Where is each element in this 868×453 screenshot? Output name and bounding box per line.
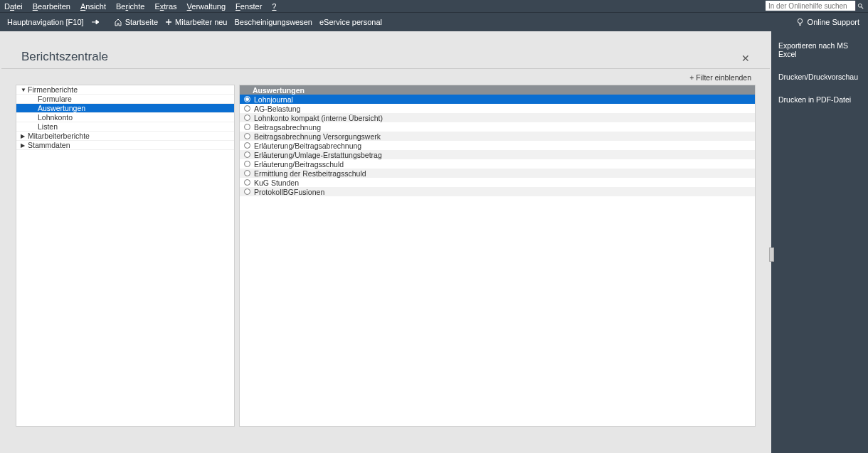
tree-item-label: Listen bbox=[38, 122, 58, 131]
home-icon bbox=[114, 18, 122, 26]
report-list-item[interactable]: Erläuterung/Umlage-Erstattungsbetrag bbox=[240, 150, 755, 159]
tree-group-label: Mitarbeiterberichte bbox=[28, 132, 90, 140]
tree-item[interactable]: Auswertungen bbox=[16, 104, 234, 113]
right-panel-collapse-handle[interactable] bbox=[769, 247, 774, 262]
radio-icon bbox=[244, 96, 250, 102]
main-navigation-button[interactable]: Hauptnavigation [F10] bbox=[7, 18, 84, 26]
report-list-header: Auswertungen bbox=[240, 85, 755, 95]
tree-item-label: Formulare bbox=[38, 95, 72, 103]
radio-icon bbox=[244, 114, 250, 121]
toolbar-mitarbeiter-neu[interactable]: Mitarbeiter neu bbox=[165, 18, 227, 26]
online-support-link[interactable]: Online Support bbox=[796, 18, 859, 26]
svg-point-2 bbox=[798, 18, 802, 23]
triangle-down-icon: ▼ bbox=[21, 87, 28, 93]
report-list-item[interactable]: KuG Stunden bbox=[240, 178, 755, 187]
radio-icon bbox=[244, 188, 250, 195]
report-list-item[interactable]: Beitragsabrechnung Versorgungswerk bbox=[240, 132, 755, 141]
menu-ansicht[interactable]: Ansicht bbox=[80, 2, 106, 11]
report-list-item-label: AG-Belastung bbox=[254, 105, 300, 113]
toolbar-eservice-personal[interactable]: eService personal bbox=[319, 18, 382, 26]
toolbar: Hauptnavigation [F10] Startseite Mitarbe… bbox=[0, 13, 868, 31]
menu-bearbeiten[interactable]: Bearbeiten bbox=[33, 2, 70, 11]
report-list-item[interactable]: Erläuterung/Beitragsabrechnung bbox=[240, 141, 755, 150]
toolbar-bescheinigungswesen-label: Bescheinigungswesen bbox=[234, 18, 312, 26]
triangle-right-icon: ▶ bbox=[21, 133, 28, 139]
online-support-label: Online Support bbox=[808, 18, 859, 26]
report-list-item[interactable]: Lohnkonto kompakt (interne Übersicht) bbox=[240, 113, 755, 122]
toolbar-eservice-personal-label: eService personal bbox=[319, 18, 382, 26]
svg-line-1 bbox=[862, 6, 864, 9]
tree-group[interactable]: ▶Mitarbeiterberichte bbox=[16, 132, 234, 141]
report-list-item-label: Beitragsabrechnung Versorgungswerk bbox=[254, 132, 381, 141]
report-list-item-label: Lohnjournal bbox=[254, 95, 293, 104]
report-list-item-label: KuG Stunden bbox=[254, 178, 299, 187]
page-title: Berichtszentrale bbox=[21, 50, 741, 64]
report-list-item[interactable]: ProtokollBGFusionen bbox=[240, 187, 755, 196]
report-list-item-label: Erläuterung/Umlage-Erstattungsbetrag bbox=[254, 151, 382, 159]
close-icon: ✕ bbox=[741, 53, 750, 64]
tree-item-label: Auswertungen bbox=[38, 104, 85, 112]
report-list-item-label: Ermittlung der Restbeitragsschuld bbox=[254, 169, 366, 178]
report-list-item[interactable]: Beitragsabrechnung bbox=[240, 122, 755, 132]
action-print-pdf[interactable]: Drucken in PDF-Datei bbox=[778, 95, 861, 104]
report-tree: ▼FirmenberichteFormulareAuswertungenLohn… bbox=[16, 85, 235, 427]
report-list-item[interactable]: AG-Belastung bbox=[240, 104, 755, 113]
tree-item[interactable]: Formulare bbox=[16, 95, 234, 104]
tree-group-label: Stammdaten bbox=[28, 141, 70, 149]
triangle-right-icon: ▶ bbox=[21, 142, 28, 149]
tree-item-label: Lohnkonto bbox=[38, 113, 73, 122]
content-area: Berichtszentrale ✕ + Filter einblenden ▼… bbox=[0, 31, 771, 453]
close-button[interactable]: ✕ bbox=[741, 53, 750, 64]
radio-icon bbox=[244, 151, 250, 158]
toolbar-startseite[interactable]: Startseite bbox=[114, 18, 158, 26]
action-print-preview[interactable]: Drucken/Druckvorschau bbox=[778, 73, 861, 81]
radio-icon bbox=[244, 170, 250, 176]
radio-icon bbox=[244, 161, 250, 167]
tree-group[interactable]: ▼Firmenberichte bbox=[16, 85, 234, 95]
menu-help[interactable]: ? bbox=[272, 2, 276, 11]
radio-icon bbox=[244, 179, 250, 186]
report-list-item-label: Erläuterung/Beitragsschuld bbox=[254, 160, 344, 169]
menu-extras[interactable]: Extras bbox=[154, 2, 176, 11]
report-list-item-label: Lohnkonto kompakt (interne Übersicht) bbox=[254, 114, 383, 122]
tree-group[interactable]: ▶Stammdaten bbox=[16, 141, 234, 150]
actions-panel: Exportieren nach MS Excel Drucken/Druckv… bbox=[771, 31, 868, 453]
report-list-item[interactable]: Ermittlung der Restbeitragsschuld bbox=[240, 169, 755, 178]
lightbulb-icon bbox=[796, 18, 804, 26]
radio-icon bbox=[244, 105, 250, 112]
tree-item[interactable]: Lohnkonto bbox=[16, 113, 234, 122]
menu-berichte[interactable]: Berichte bbox=[116, 2, 144, 11]
filter-toggle[interactable]: + Filter einblenden bbox=[689, 73, 751, 82]
help-search bbox=[766, 1, 865, 11]
report-list-item[interactable]: Erläuterung/Beitragsschuld bbox=[240, 159, 755, 169]
pin-icon[interactable] bbox=[91, 18, 101, 26]
toolbar-mitarbeiter-neu-label: Mitarbeiter neu bbox=[175, 18, 227, 26]
plus-icon bbox=[165, 18, 172, 26]
menu-verwaltung[interactable]: Verwaltung bbox=[187, 2, 226, 11]
menubar: Datei Bearbeiten Ansicht Berichte Extras… bbox=[0, 0, 868, 12]
radio-icon bbox=[244, 124, 250, 130]
svg-point-0 bbox=[858, 4, 862, 7]
report-list-item-label: Erläuterung/Beitragsabrechnung bbox=[254, 142, 361, 150]
menu-datei[interactable]: Datei bbox=[4, 2, 23, 11]
report-list-item-label: ProtokollBGFusionen bbox=[254, 188, 324, 196]
report-list-item[interactable]: Lohnjournal bbox=[240, 95, 755, 104]
tree-group-label: Firmenberichte bbox=[28, 85, 78, 94]
search-icon bbox=[857, 3, 864, 9]
toolbar-bescheinigungswesen[interactable]: Bescheinigungswesen bbox=[234, 18, 312, 26]
help-search-input[interactable] bbox=[766, 1, 855, 11]
report-list: Auswertungen LohnjournalAG-BelastungLohn… bbox=[239, 85, 756, 427]
radio-icon bbox=[244, 142, 250, 149]
tree-item[interactable]: Listen bbox=[16, 122, 234, 132]
radio-icon bbox=[244, 133, 250, 139]
action-export-excel[interactable]: Exportieren nach MS Excel bbox=[778, 41, 861, 58]
report-list-item-label: Beitragsabrechnung bbox=[254, 123, 321, 132]
help-search-button[interactable] bbox=[855, 1, 865, 11]
menu-fenster[interactable]: Fenster bbox=[235, 2, 262, 11]
toolbar-startseite-label: Startseite bbox=[125, 18, 158, 26]
